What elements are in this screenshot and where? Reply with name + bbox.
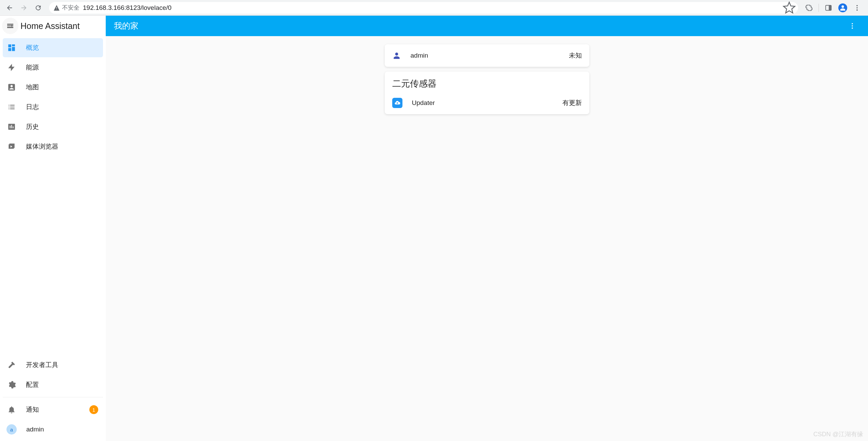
notifications-badge: 1 [89, 405, 98, 414]
entity-name: Updater [412, 99, 553, 107]
menu-collapse-icon [6, 22, 14, 30]
browser-menu-button[interactable] [850, 1, 864, 15]
person-icon [392, 51, 401, 60]
browser-actions [802, 1, 865, 15]
browser-address-bar[interactable]: 不安全 192.168.3.166:8123/lovelace/0 [49, 2, 798, 14]
sidebar-item-logbook[interactable]: 日志 [3, 97, 103, 117]
bell-icon [7, 405, 16, 414]
entity-row-person[interactable]: admin 未知 [385, 44, 589, 67]
sidebar-item-user[interactable]: a admin [3, 420, 103, 439]
sidebar-item-label: 配置 [26, 380, 39, 389]
entity-name: admin [411, 52, 559, 59]
sidebar-item-developer-tools[interactable]: 开发者工具 [3, 355, 103, 375]
svg-point-2 [856, 5, 858, 6]
sidebar-item-media-browser[interactable]: 媒体浏览器 [3, 137, 103, 156]
main-content: 我的家 admin 未知 二元传感器 [106, 16, 868, 441]
sidebar-item-map[interactable]: 地图 [3, 78, 103, 97]
sidebar-item-overview[interactable]: 概览 [3, 38, 103, 57]
browser-url-text: 192.168.3.166:8123/lovelace/0 [83, 4, 172, 12]
sidebar-item-label: 通知 [26, 405, 39, 414]
star-icon [782, 1, 796, 15]
browser-bookmark-button[interactable] [782, 1, 796, 15]
app-shell: Home Assistant 概览 能源 地图 日志 历史 [0, 16, 868, 441]
browser-profile-button[interactable] [836, 1, 850, 15]
svg-point-6 [852, 25, 853, 27]
not-secure-icon [53, 4, 60, 11]
browser-back-button[interactable] [3, 1, 16, 15]
sidepanel-icon [825, 4, 832, 12]
extension-icon [805, 4, 813, 12]
sidebar-item-configuration[interactable]: 配置 [3, 375, 103, 394]
browser-forward-button[interactable] [17, 1, 31, 15]
sidebar-item-history[interactable]: 历史 [3, 117, 103, 136]
header-more-button[interactable] [845, 18, 860, 33]
browser-security-chip[interactable]: 不安全 [53, 4, 79, 12]
app-header: 我的家 [106, 16, 868, 36]
view-dashboard-icon [7, 43, 16, 52]
sidebar-header: Home Assistant [0, 16, 106, 36]
arrow-right-icon [20, 4, 28, 12]
entity-row-updater[interactable]: Updater 有更新 [385, 92, 589, 114]
browser-extensions-button[interactable] [802, 1, 816, 15]
sidebar-item-notifications[interactable]: 通知 1 [3, 400, 103, 419]
reload-icon [34, 4, 42, 12]
svg-point-5 [852, 23, 853, 25]
sidebar-item-label: 开发者工具 [26, 361, 58, 369]
divider [3, 397, 103, 397]
user-avatar: a [6, 424, 17, 435]
entity-state: 未知 [569, 51, 582, 60]
sidebar-item-label: 概览 [26, 43, 39, 52]
svg-point-3 [856, 7, 858, 9]
browser-toolbar: 不安全 192.168.3.166:8123/lovelace/0 [0, 0, 868, 16]
card-title: 二元传感器 [385, 72, 589, 92]
sidebar-item-energy[interactable]: 能源 [3, 58, 103, 77]
arrow-left-icon [6, 4, 13, 12]
svg-point-4 [856, 9, 858, 11]
sidebar-item-label: 能源 [26, 63, 39, 72]
play-box-multiple-icon [7, 142, 16, 151]
profile-avatar [838, 3, 847, 12]
sidebar-nav: 概览 能源 地图 日志 历史 媒体浏览器 [0, 36, 106, 158]
chart-bar-icon [7, 122, 16, 131]
gear-icon [7, 380, 16, 389]
sidebar-item-label: 历史 [26, 122, 39, 131]
sidebar-item-label: 地图 [26, 83, 39, 92]
list-icon [7, 103, 16, 111]
page-title: 我的家 [114, 20, 138, 31]
header-actions [845, 18, 860, 33]
account-box-icon [7, 83, 16, 92]
sidebar-item-label: 媒体浏览器 [26, 142, 58, 151]
dots-vertical-icon [849, 22, 856, 30]
hammer-icon [7, 361, 16, 369]
separator [819, 4, 819, 12]
person-card: admin 未知 [385, 44, 589, 67]
dots-vertical-icon [853, 4, 861, 12]
sidebar-collapse-button[interactable] [2, 18, 18, 34]
sidebar-item-label: admin [26, 426, 44, 433]
browser-reload-button[interactable] [31, 1, 45, 15]
sidebar-title: Home Assistant [20, 21, 80, 31]
lightning-icon [7, 63, 16, 72]
card-column: admin 未知 二元传感器 Updater 有更新 [385, 44, 589, 114]
svg-rect-1 [829, 5, 831, 10]
entity-state: 有更新 [562, 98, 582, 107]
browser-sidepanel-button[interactable] [822, 1, 835, 15]
sidebar-item-label: 日志 [26, 103, 39, 111]
sidebar: Home Assistant 概览 能源 地图 日志 历史 [0, 16, 106, 441]
sidebar-footer: 开发者工具 配置 通知 1 a admin [0, 353, 106, 441]
browser-security-label: 不安全 [62, 4, 79, 12]
svg-point-7 [852, 28, 853, 29]
person-icon [839, 4, 847, 12]
dashboard-content: admin 未知 二元传感器 Updater 有更新 [106, 36, 868, 441]
sidebar-spacer [0, 158, 106, 353]
binary-sensor-card: 二元传感器 Updater 有更新 [385, 72, 589, 114]
cloud-upload-icon [392, 98, 402, 108]
